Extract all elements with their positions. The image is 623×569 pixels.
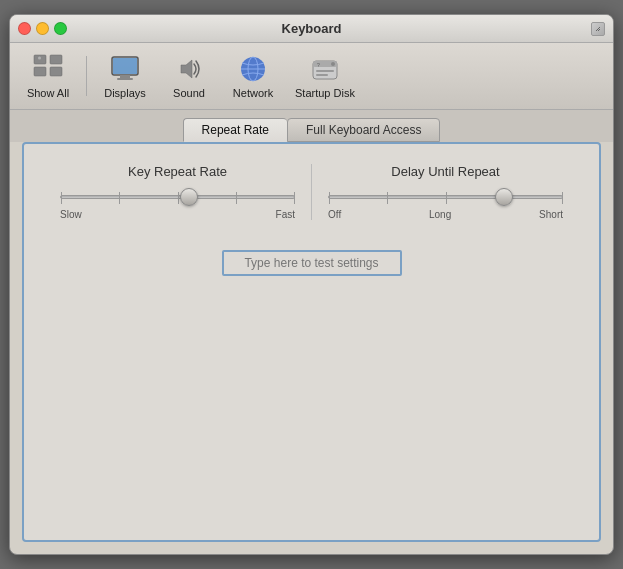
svg-rect-7 [113,58,137,74]
delay-until-repeat-labels: Off Long Short [328,209,563,220]
toolbar-displays[interactable]: Displays [95,49,155,103]
keyboard-window: Keyboard Show All [9,14,614,555]
tick-d4 [562,192,563,204]
delay-until-repeat-title: Delay Until Repeat [391,164,499,179]
key-repeat-rate-thumb[interactable] [180,188,198,206]
key-repeat-rate-section: Key Repeat Rate Slow Fast [44,164,311,220]
svg-rect-9 [117,78,133,80]
window-title: Keyboard [282,21,342,36]
startup-disk-icon: ? [309,53,341,85]
delay-until-repeat-track [328,195,563,199]
off-label: Off [328,209,341,220]
svg-rect-17 [316,74,328,76]
svg-rect-4 [34,67,46,76]
svg-point-15 [331,62,335,66]
toolbar-network[interactable]: Network [223,49,283,103]
key-repeat-rate-slider-wrapper [60,195,295,199]
network-label: Network [233,87,273,99]
tick-1 [119,192,120,204]
tick-d0 [329,192,330,204]
tick-3 [236,192,237,204]
zoom-button[interactable] [54,22,67,35]
slow-label: Slow [60,209,82,220]
svg-rect-8 [120,75,130,78]
network-icon [237,53,269,85]
long-label: Long [429,209,451,220]
svg-rect-5 [50,67,62,76]
show-all-label: Show All [27,87,69,99]
fast-label: Fast [276,209,295,220]
toolbar-separator [86,56,87,96]
content-area: Key Repeat Rate Slow Fast [22,142,601,542]
key-repeat-rate-labels: Slow Fast [60,209,295,220]
startup-disk-label: Startup Disk [295,87,355,99]
sliders-row: Key Repeat Rate Slow Fast [44,164,579,220]
svg-rect-16 [316,70,334,72]
delay-until-repeat-thumb[interactable] [495,188,513,206]
minimize-button[interactable] [36,22,49,35]
toolbar-sound[interactable]: Sound [159,49,219,103]
tick-2 [178,192,179,204]
close-button[interactable] [18,22,31,35]
key-repeat-rate-title: Key Repeat Rate [128,164,227,179]
svg-rect-3 [50,55,62,64]
delay-until-repeat-slider-wrapper [328,195,563,199]
tick-0 [61,192,62,204]
toolbar-startup-disk[interactable]: ? Startup Disk [287,49,363,103]
tick-d1 [387,192,388,204]
toolbar: Show All Displays [10,43,613,110]
test-settings-input[interactable] [222,250,402,276]
delay-until-repeat-section: Delay Until Repeat Off Long Short [311,164,579,220]
tabs-container: Repeat Rate Full Keyboard Access [10,110,613,142]
tick-4 [294,192,295,204]
displays-label: Displays [104,87,146,99]
tab-full-keyboard-access[interactable]: Full Keyboard Access [287,118,440,142]
show-all-icon [32,53,64,85]
traffic-lights [18,22,67,35]
sound-icon [173,53,205,85]
test-input-container [44,250,579,276]
resize-button[interactable] [591,22,605,36]
tab-repeat-rate[interactable]: Repeat Rate [183,118,287,142]
displays-icon [109,53,141,85]
short-label: Short [539,209,563,220]
sound-label: Sound [173,87,205,99]
toolbar-show-all[interactable]: Show All [18,49,78,103]
key-repeat-rate-track [60,195,295,199]
tick-d2 [446,192,447,204]
titlebar: Keyboard [10,15,613,43]
svg-text:?: ? [317,62,320,68]
